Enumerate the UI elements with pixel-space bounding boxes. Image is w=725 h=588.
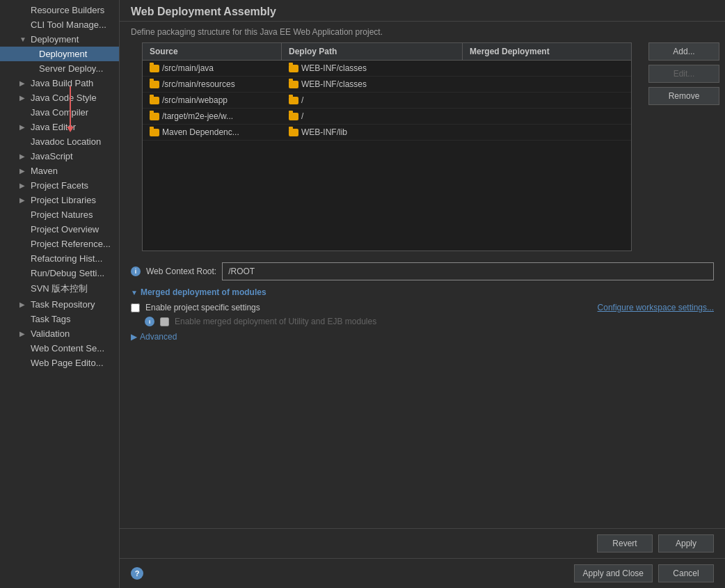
sidebar-item-java-build-path[interactable]: Java Build Path [0,76,119,90]
edit-button[interactable]: Edit... [648,65,719,83]
sidebar-item-project-overview[interactable]: Project Overview [0,222,119,237]
folder-icon [289,113,298,120]
advanced-row[interactable]: ▶ Advanced [131,332,714,342]
folder-icon [289,97,298,104]
folder-icon [150,97,159,104]
info-icon: i [131,267,141,276]
sidebar-item-javascript[interactable]: JavaScript [0,149,119,164]
advanced-label: Advanced [140,332,177,342]
help-icon[interactable]: ? [131,567,143,580]
sidebar-item-web-content[interactable]: Web Content Se... [0,341,119,356]
bottom-bar2: ? Apply and Close Cancel [120,558,725,588]
revert-button[interactable]: Revert [597,534,653,553]
bottom-bar: Revert Apply [120,528,725,558]
configure-workspace-link[interactable]: Configure workspace settings... [598,303,714,312]
sidebar-item-java-compiler[interactable]: Java Compiler [0,105,119,120]
sidebar-item-label: Project Facets [31,180,88,191]
arrow-right-icon [19,167,28,175]
folder-icon [150,113,159,120]
sidebar-item-javadoc-location[interactable]: Javadoc Location [0,134,119,149]
arrow-right-icon [19,301,28,308]
cancel-button[interactable]: Cancel [658,564,714,582]
cell-source: /src/main/resources [143,77,282,92]
sidebar-item-label: Java Build Path [31,78,93,88]
sidebar-item-refactoring-history[interactable]: Refactoring Hist... [0,251,119,266]
cell-deploy-path: / [282,93,463,108]
enable-project-specific-checkbox[interactable] [131,303,140,312]
table-row[interactable]: /target/m2e-jee/w... / [143,109,631,125]
web-context-root-row: i Web Context Root: [131,262,714,280]
sidebar-item-task-repository[interactable]: Task Repository [0,297,119,312]
table-row[interactable]: /src/main/webapp / [143,93,631,109]
folder-icon [289,129,298,136]
merged-section-title: Merged deployment of modules [141,287,266,297]
sidebar-item-label: Javadoc Location [31,136,101,147]
web-context-root-input[interactable] [222,262,714,280]
cell-deploy-path: / [282,109,463,124]
red-arrow-indicator [70,86,71,128]
cell-source: /src/main/webapp [143,93,282,108]
sidebar-item-project-natures[interactable]: Project Natures [0,207,119,222]
cell-source: Maven Dependenc... [143,125,282,140]
sidebar-item-cli-tool[interactable]: CLI Tool Manage... [0,17,119,32]
col-deploy-path: Deploy Path [282,43,463,60]
enable-merged-checkbox[interactable] [160,317,169,326]
sidebar-item-label: Deployment [31,34,79,45]
arrow-right-icon [19,152,28,160]
sidebar-item-label: Project Overview [31,224,99,235]
table-row[interactable]: Maven Dependenc... WEB-INF/lib [143,125,631,141]
sidebar-item-deployment[interactable]: Deployment [0,47,119,61]
sidebar-item-java-editor[interactable]: Java Editor [0,120,119,134]
sidebar-item-label: Project Libraries [31,195,96,205]
folder-icon [289,65,298,72]
sidebar-item-label: Java Code Style [31,93,97,103]
apply-and-close-button[interactable]: Apply and Close [574,564,653,582]
sidebar-item-label: Server Deploy... [39,63,103,74]
triangle-icon: ▼ [131,289,138,296]
sidebar-item-server-deploy[interactable]: Server Deploy... [0,61,119,76]
sidebar: Resource Builders CLI Tool Manage... Dep… [0,0,120,588]
sidebar-item-label: Task Repository [31,299,95,310]
sidebar-item-web-page-editor[interactable]: Web Page Edito... [0,356,119,370]
folder-icon [150,65,159,72]
cell-merged [463,61,631,76]
arrow-down-icon [19,35,28,43]
sidebar-item-label: Task Tags [31,314,71,324]
cell-merged [463,93,631,108]
cell-deploy-path: WEB-INF/classes [282,61,463,76]
sidebar-item-resource-builders[interactable]: Resource Builders [0,3,119,17]
page-title: Web Deployment Assembly [120,0,725,22]
sidebar-item-svn[interactable]: SVN 版本控制 [0,280,119,297]
sidebar-item-maven[interactable]: Maven [0,164,119,178]
merged-section-header: ▼ Merged deployment of modules [131,287,714,297]
page-description: Define packaging structure for this Java… [120,22,725,42]
sidebar-item-project-references[interactable]: Project Reference... [0,237,119,251]
deployment-table: Source Deploy Path Merged Deployment /sr… [142,42,632,251]
sidebar-item-project-libraries[interactable]: Project Libraries [0,193,119,207]
sidebar-item-label: Project Natures [31,209,93,220]
sidebar-item-validation[interactable]: Validation [0,326,119,341]
add-button[interactable]: Add... [648,42,719,61]
sidebar-item-label: Run/Debug Setti... [31,268,104,278]
sidebar-item-label: Project Reference... [31,239,111,249]
sidebar-item-label: SVN 版本控制 [31,283,88,295]
sidebar-item-label: Maven [31,166,58,176]
table-button-panel: Add... Edit... Remove [643,42,719,105]
cell-deploy-path: WEB-INF/classes [282,77,463,92]
folder-icon [150,129,159,136]
arrow-right-icon [19,123,28,131]
sidebar-item-deployment-parent[interactable]: Deployment [0,32,119,47]
table-row[interactable]: /src/main/resources WEB-INF/classes [143,77,631,93]
sidebar-item-project-facets[interactable]: Project Facets [0,178,119,193]
table-row[interactable]: /src/main/java WEB-INF/classes [143,61,631,77]
arrow-right-icon [19,196,28,204]
sidebar-item-label: JavaScript [31,151,73,161]
sidebar-item-label: Validation [31,328,70,339]
apply-button[interactable]: Apply [658,534,714,553]
remove-button[interactable]: Remove [648,87,719,105]
sidebar-item-run-debug[interactable]: Run/Debug Setti... [0,266,119,280]
folder-icon [289,81,298,88]
form-area: i Web Context Root: ▼ Merged deployment … [120,257,725,528]
sidebar-item-java-code-style[interactable]: Java Code Style [0,90,119,105]
sidebar-item-task-tags[interactable]: Task Tags [0,312,119,326]
